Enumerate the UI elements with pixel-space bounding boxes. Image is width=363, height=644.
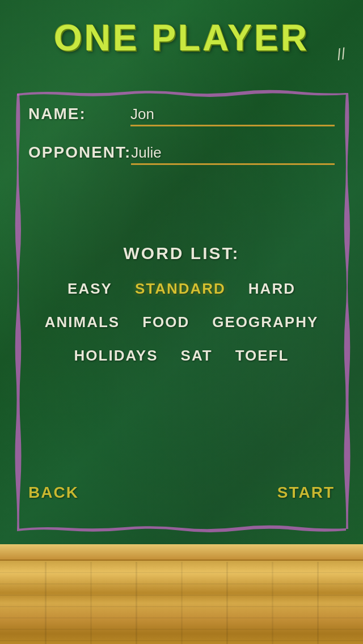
wood-grain [0, 562, 363, 644]
opponent-row: OPPONENT: Julie [28, 143, 335, 165]
option-animals[interactable]: ANIMALS [45, 313, 120, 331]
form-area: NAME: Jon OPPONENT: Julie [28, 105, 335, 182]
wordlist-row-2: ANIMALS FOOD GEOGRAPHY [0, 313, 363, 331]
title-area: ONE PLAYER // [0, 17, 363, 59]
option-geography[interactable]: GEOGRAPHY [212, 313, 318, 331]
option-easy[interactable]: EASY [67, 280, 112, 298]
wood-shelf [0, 542, 363, 644]
opponent-label: OPPONENT: [28, 143, 131, 162]
page-title: ONE PLAYER [54, 18, 309, 58]
wordlist-row-1: EASY STANDARD HARD [0, 280, 363, 298]
wordlist-section: WORD LIST: EASY STANDARD HARD ANIMALS FO… [0, 244, 363, 380]
option-toefl[interactable]: TOEFL [235, 347, 289, 365]
name-field-wrap[interactable]: Jon [130, 105, 335, 126]
chalkboard: ONE PLAYER // NAME: Jon OPPONENT: Julie … [0, 0, 363, 544]
option-hard[interactable]: HARD [248, 280, 296, 298]
opponent-underline [131, 163, 335, 165]
option-sat[interactable]: SAT [181, 347, 213, 365]
name-underline [130, 125, 335, 126]
option-food[interactable]: FOOD [142, 313, 189, 331]
opponent-field-wrap[interactable]: Julie [131, 144, 335, 165]
option-standard[interactable]: STANDARD [135, 280, 226, 298]
chalk-decoration: // [336, 45, 348, 64]
bottom-buttons: BACK START [28, 484, 335, 502]
name-row: NAME: Jon [28, 105, 335, 126]
wordlist-row-3: HOLIDAYS SAT TOEFL [0, 347, 363, 365]
start-button[interactable]: START [277, 484, 335, 502]
option-holidays[interactable]: HOLIDAYS [74, 347, 158, 365]
name-value: Jon [130, 105, 335, 126]
back-button[interactable]: BACK [28, 484, 79, 502]
opponent-value: Julie [131, 144, 335, 165]
name-label: NAME: [28, 105, 130, 123]
wordlist-title: WORD LIST: [0, 244, 363, 263]
